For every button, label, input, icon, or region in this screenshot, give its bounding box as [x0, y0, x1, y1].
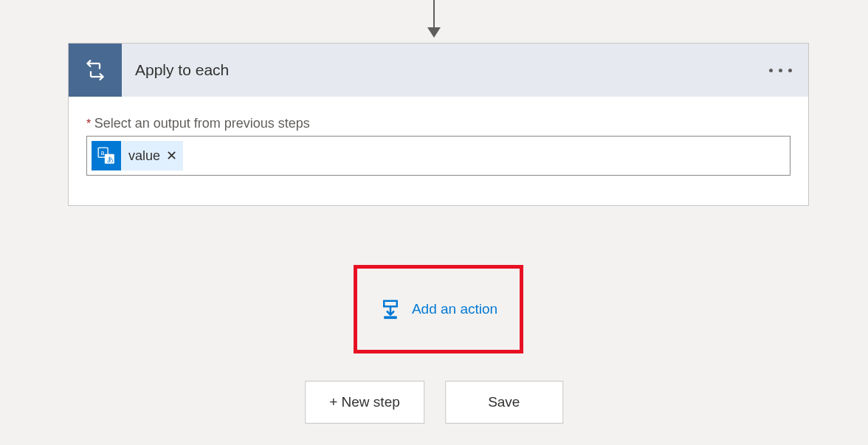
save-button[interactable]: Save [445, 381, 563, 424]
card-title: Apply to each [122, 61, 769, 79]
flow-actions-row: + New step Save [305, 381, 563, 424]
svg-text:a: a [100, 149, 104, 156]
add-action-highlight: Add an action [354, 265, 523, 353]
output-selector-input[interactable]: a あ value ✕ [86, 136, 790, 176]
card-header[interactable]: Apply to each [69, 44, 808, 97]
add-action-button[interactable]: Add an action [379, 298, 497, 320]
apply-to-each-card: Apply to each * Select an output from pr… [68, 43, 809, 206]
field-label: Select an output from previous steps [94, 116, 310, 136]
add-action-icon [379, 298, 402, 320]
more-options-button[interactable] [769, 69, 808, 72]
required-indicator: * [86, 117, 91, 130]
token-label: value [128, 148, 160, 164]
new-step-button[interactable]: + New step [305, 381, 424, 424]
add-action-label: Add an action [412, 301, 497, 317]
remove-token-button[interactable]: ✕ [166, 149, 177, 162]
flow-connector-arrow [427, 0, 441, 38]
card-body: * Select an output from previous steps a… [69, 97, 808, 205]
svg-text:あ: あ [107, 156, 114, 163]
loop-icon [69, 44, 122, 97]
svg-rect-8 [384, 301, 397, 307]
value-token[interactable]: a あ value ✕ [92, 141, 183, 170]
translate-icon: a あ [92, 141, 121, 170]
